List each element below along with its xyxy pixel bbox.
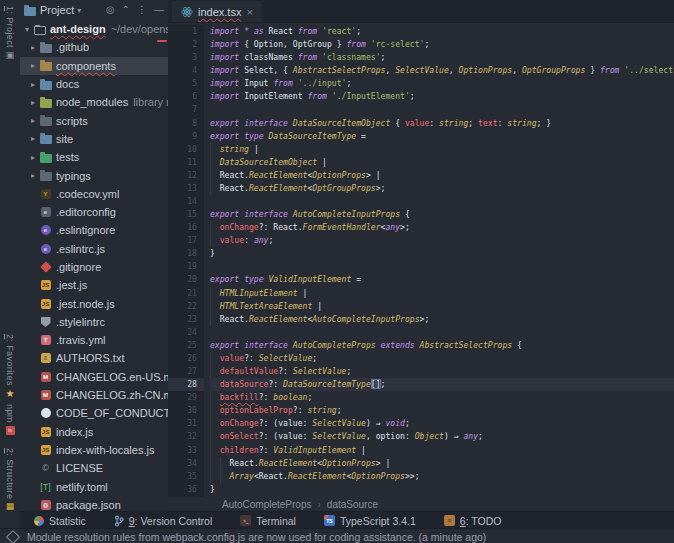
tree-item[interactable]: {}package.json <box>20 496 168 511</box>
tool-button-statistic[interactable]: Statistic <box>34 515 86 527</box>
tool-button-typescript[interactable]: TSTypeScript 3.4.1 <box>324 515 416 527</box>
line-number[interactable]: 32 <box>168 430 204 443</box>
hide-panel-icon[interactable]: — <box>154 5 164 15</box>
line-number[interactable]: 28 <box>168 378 204 391</box>
line-number[interactable]: 25 <box>168 339 204 352</box>
chevron-down-icon[interactable]: ▾ <box>22 25 32 34</box>
settings-icon[interactable]: ◎ <box>106 5 115 15</box>
line-number[interactable]: 31 <box>168 417 204 430</box>
tree-item[interactable]: e.eslintrc.js <box>20 240 168 258</box>
code-line[interactable]: onChange?: (value: SelectValue) ⇒ void; <box>210 417 674 430</box>
code-line[interactable]: import classNames from 'classnames'; <box>210 51 674 64</box>
project-view-selector[interactable]: Project ▾ <box>40 4 81 16</box>
code-line[interactable]: value?: SelectValue; <box>210 352 674 365</box>
tree-item[interactable]: .stylelintrc <box>20 313 168 331</box>
line-number[interactable]: 3 <box>168 51 204 64</box>
line-number[interactable]: 14 <box>168 195 204 208</box>
tool-button-terminal[interactable]: >_Terminal <box>240 515 296 527</box>
code-line[interactable]: React.ReactElement<OptionProps> | <box>210 457 674 470</box>
tree-item[interactable]: JS.jest.js <box>20 276 168 294</box>
code-line[interactable] <box>210 195 674 208</box>
line-number[interactable]: 10 <box>168 143 204 156</box>
chevron-right-icon[interactable]: ▸ <box>28 116 38 125</box>
line-number[interactable]: 1 <box>168 25 204 38</box>
code-line[interactable]: HTMLTextAreaElement | <box>210 300 674 313</box>
line-number[interactable]: 18 <box>168 247 204 260</box>
breadcrumb-item[interactable]: AutoCompleteProps <box>222 499 312 510</box>
tab-index-tsx[interactable]: index.tsx × <box>172 1 262 22</box>
code-line[interactable]: export type DataSourceItemType = <box>210 130 674 143</box>
chevron-right-icon[interactable]: ▸ <box>28 61 38 70</box>
code-line[interactable]: value: any; <box>210 234 674 247</box>
tree-item[interactable]: e.editorconfig <box>20 203 168 221</box>
line-number[interactable]: 33 <box>168 444 204 457</box>
tree-item[interactable]: e.eslintignore <box>20 221 168 239</box>
line-number[interactable]: 24 <box>168 326 204 339</box>
chevron-right-icon[interactable]: ▸ <box>28 134 38 143</box>
code-line[interactable]: export type ValidInputElement = <box>210 273 674 286</box>
code-line[interactable] <box>210 326 674 339</box>
breadcrumb-item[interactable]: dataSource <box>327 499 378 510</box>
code-line[interactable]: onChange?: React.FormEventHandler<any>; <box>210 221 674 234</box>
tree-item[interactable]: JSindex.js <box>20 423 168 441</box>
code-line[interactable] <box>210 103 674 116</box>
tree-item[interactable]: ▸site <box>20 130 168 148</box>
code-editor[interactable]: import * as React from 'react';import { … <box>204 25 674 497</box>
line-number[interactable]: 34 <box>168 457 204 470</box>
tree-item[interactable]: ▸tests <box>20 148 168 166</box>
line-number[interactable]: 8 <box>168 117 204 130</box>
tree-item[interactable]: T.travis.yml <box>20 331 168 349</box>
tree-item[interactable]: .gitignore <box>20 258 168 276</box>
line-number[interactable]: 27 <box>168 365 204 378</box>
tree-item[interactable]: ▸.github <box>20 38 168 56</box>
line-number[interactable]: 30 <box>168 404 204 417</box>
chevron-right-icon[interactable]: ▸ <box>28 43 38 52</box>
tree-item[interactable]: Y.codecov.yml <box>20 185 168 203</box>
line-number[interactable]: 36 <box>168 483 204 496</box>
code-line[interactable]: children?: ValidInputElement | <box>210 444 674 457</box>
line-number[interactable]: 9 <box>168 130 204 143</box>
code-line[interactable]: import InputElement from './InputElement… <box>210 90 674 103</box>
tree-item[interactable]: ▸docs <box>20 75 168 93</box>
code-line[interactable]: } <box>210 483 674 496</box>
code-line[interactable]: defaultValue?: SelectValue; <box>210 365 674 378</box>
line-number[interactable]: 23 <box>168 313 204 326</box>
code-line[interactable]: import Input from '../input'; <box>210 77 674 90</box>
line-number[interactable]: 21 <box>168 287 204 300</box>
tree-item[interactable]: JS.jest.node.js <box>20 294 168 312</box>
chevron-right-icon[interactable]: ▸ <box>28 171 38 180</box>
code-line[interactable]: export interface AutoCompleteProps exten… <box>210 339 674 352</box>
line-number[interactable]: 4 <box>168 64 204 77</box>
line-number[interactable]: 13 <box>168 182 204 195</box>
chevron-right-icon[interactable]: ▸ <box>28 98 38 107</box>
code-line[interactable]: export interface AutoCompleteInputProps … <box>210 208 674 221</box>
chevron-right-icon[interactable]: ▸ <box>28 80 38 89</box>
line-number[interactable]: 35 <box>168 470 204 483</box>
tool-button-todo[interactable]: ≡6: TODO <box>444 515 502 527</box>
code-line[interactable]: import { Option, OptGroup } from 'rc-sel… <box>210 38 674 51</box>
line-number[interactable]: 7 <box>168 103 204 116</box>
stripe-button-structure[interactable]: 2: Structure▦ <box>0 448 20 511</box>
code-line[interactable]: Array<React.ReactElement<OptionProps>>; <box>210 470 674 483</box>
line-number[interactable]: 12 <box>168 169 204 182</box>
tool-button-versioncontrol[interactable]: 9: Version Control <box>114 515 212 527</box>
code-line[interactable] <box>210 260 674 273</box>
tree-item[interactable]: CODE_OF_CONDUCT.md <box>20 404 168 422</box>
chevron-right-icon[interactable]: ▸ <box>28 153 38 162</box>
tree-item[interactable]: ▸components <box>20 57 168 75</box>
tree-item[interactable]: ▸typings <box>20 166 168 184</box>
editor-gutter[interactable]: 1234567891011121314151617181920212223242… <box>168 25 204 497</box>
code-line[interactable]: dataSource?: DataSourceItemType[]; <box>210 378 674 391</box>
line-number[interactable]: 29 <box>168 391 204 404</box>
line-number[interactable]: 19 <box>168 260 204 273</box>
code-line[interactable]: DataSourceItemObject | <box>210 156 674 169</box>
code-line[interactable]: } <box>210 247 674 260</box>
line-number[interactable]: 26 <box>168 352 204 365</box>
tab-close-icon[interactable]: × <box>246 6 252 18</box>
code-line[interactable]: import Select, { AbstractSelectProps, Se… <box>210 64 674 77</box>
code-line[interactable]: onSelect?: (value: SelectValue, option: … <box>210 430 674 443</box>
code-line[interactable]: React.ReactElement<OptGroupProps>; <box>210 182 674 195</box>
line-number[interactable]: 2 <box>168 38 204 51</box>
status-message[interactable]: Module resolution rules from webpack.con… <box>27 531 486 543</box>
line-number[interactable]: 22 <box>168 300 204 313</box>
